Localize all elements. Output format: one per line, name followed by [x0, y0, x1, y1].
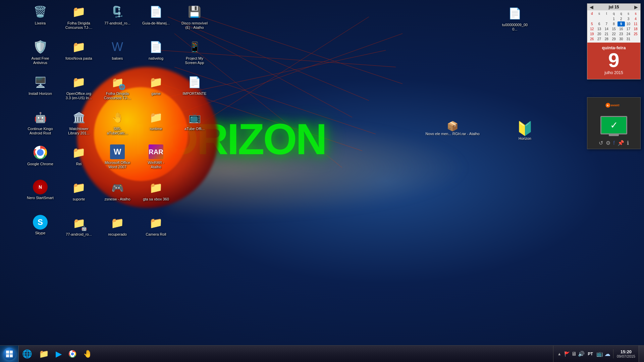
camera-roll-icon: 📁: [148, 215, 164, 231]
desktop: HORIZON 🗑️ Lixeira 📁 Folha Dirigida Conc…: [0, 0, 644, 362]
icon-atube-offi[interactable]: 📺 aTube Offi...: [179, 107, 210, 141]
openoffice-icon: 📁: [71, 74, 87, 90]
icon-word2007[interactable]: W Microsoft Office Word 2007: [102, 142, 132, 176]
icon-fotosnova[interactable]: 📁 fotosNova pasta: [64, 37, 94, 70]
notification-arrow[interactable]: ▲: [556, 352, 563, 356]
language-indicator: PT: [586, 352, 595, 356]
network-icon[interactable]: 🖥: [571, 351, 577, 357]
disco-label: Disco removível (E) - Atalho: [181, 21, 208, 30]
icon-runtime[interactable]: 📁 runtime: [141, 107, 171, 141]
icon-suporte[interactable]: 📁 suporte: [64, 178, 94, 211]
icon-avast[interactable]: 🛡️ Avast Free Antivirus: [25, 37, 55, 70]
taskbar-ie[interactable]: 🌐: [19, 347, 35, 361]
android-1-label: 77-android_ro...: [104, 21, 130, 25]
fotosnova-icon: 📁: [71, 39, 87, 55]
project-my-screen-label: Project My Screen App: [181, 56, 208, 65]
taskbar-horizon[interactable]: 🤚: [80, 347, 95, 361]
icon-rei[interactable]: 📁 Rei: [64, 142, 94, 176]
s85-tubecatch-icon: 🤚: [109, 109, 125, 125]
icon-project-my-screen[interactable]: 📱 Project My Screen App: [179, 37, 210, 70]
icon-game[interactable]: 📁 game: [141, 72, 171, 106]
icon-google-chrome[interactable]: Google Chrome: [25, 142, 55, 176]
tu-file-label: tu00000009_000...: [501, 23, 529, 32]
taskbar-right: ▲ 🚩 🖥 🔊 PT 📺 ☁ 15:20 09/07/2015: [553, 346, 644, 362]
icon-lixeira[interactable]: 🗑️ Lixeira: [25, 2, 55, 35]
icon-recuperado[interactable]: 📁 recuperado: [102, 213, 132, 246]
project-my-screen-icon: 📱: [186, 39, 203, 55]
continue-kingo-icon: 🤖: [32, 109, 48, 125]
runtime-icon: 📁: [148, 109, 164, 125]
word2007-label: Microsoft Office Word 2007: [104, 161, 131, 169]
monitor-icon[interactable]: 📺: [596, 351, 603, 357]
taskbar-chrome[interactable]: [66, 347, 79, 361]
importante-icon: 📄: [186, 74, 203, 90]
icon-s85-tubecatch[interactable]: 🤚 S85-aTubeCatc...: [102, 107, 132, 141]
icon-horizon-app[interactable]: 🔰 Horizon: [517, 121, 533, 140]
rei-label: Rei: [76, 162, 82, 166]
android-1-icon: 🗜️: [109, 4, 125, 20]
google-chrome-icon: [32, 144, 48, 161]
rgh-rar-label: Novo ele men... RGH.rar - Atalho: [426, 132, 480, 136]
icon-gta-xbox[interactable]: 📁 gta sa xbox 360: [141, 178, 171, 211]
atube-offi-icon: 📺: [186, 109, 203, 125]
svg-rect-17: [10, 351, 13, 354]
icon-empty-7: [179, 213, 210, 246]
desktop-icons-area: 🗑️ Lixeira 📁 Folha Dirigida Concursos TJ…: [0, 0, 644, 362]
icon-zsnesw[interactable]: 🎮 zsnesw - Atalho: [102, 178, 132, 211]
openoffice-label: OpenOffice.org 3.3 (en-US) In...: [65, 92, 93, 100]
flag-icon: 🚩: [564, 351, 570, 357]
icon-folha-dirigida-1[interactable]: 📁 Folha Dirigida Concursos TJ-...: [64, 2, 94, 35]
icon-folha-dirigida-2[interactable]: 📁 🌐 Folha Dingida Concursos TJ-...: [102, 72, 132, 106]
icon-empty-5: [179, 142, 210, 176]
android-2-label: 77-android_ro...: [66, 232, 92, 237]
icon-android-1[interactable]: 🗜️ 77-android_ro...: [102, 2, 132, 35]
word2007-icon: W: [110, 144, 125, 159]
rei-icon: 📁: [71, 144, 87, 161]
avast-icon: 🛡️: [32, 39, 48, 55]
icon-importante[interactable]: 📄 IMPORTANTE: [179, 72, 210, 106]
install-horizon-label: Install Horizon: [29, 92, 52, 96]
icon-continue-kingo[interactable]: 🤖 Continue Kingo Android Root: [25, 107, 55, 141]
start-button[interactable]: [0, 346, 19, 362]
clock-area[interactable]: 15:20 09/07/2015: [613, 349, 639, 358]
icon-camera-roll[interactable]: 📁 Camera Roll: [141, 213, 171, 246]
icon-rgh-rar[interactable]: 📦 Novo ele men... RGH.rar - Atalho: [426, 121, 480, 136]
rgh-rar-icon: 📦: [447, 121, 459, 132]
horizon-app-icon: 🔰: [517, 121, 533, 136]
icon-skype[interactable]: S Skype: [25, 213, 55, 246]
icon-winrar[interactable]: RAR WinRAR - Atalho: [141, 142, 171, 176]
icon-watchtower[interactable]: 🏛️ Watchtower Library 201...: [64, 107, 94, 141]
icon-nativelog[interactable]: 📄 nativelog: [141, 37, 171, 70]
icon-grid: 🗑️ Lixeira 📁 Folha Dirigida Concursos TJ…: [25, 2, 216, 246]
icon-guia[interactable]: 📄 Guia-de-Manej...: [141, 2, 171, 35]
icon-baloes[interactable]: W baloes: [102, 37, 132, 70]
suporte-label: suporte: [73, 197, 85, 201]
icon-android-2[interactable]: 📁 🤖 77-android_ro...: [64, 213, 94, 246]
icon-install-horizon[interactable]: 🖥️ Install Horizon: [25, 72, 55, 106]
taskbar: 🌐 📁 ▶ 🤚 ▲ 🚩 🖥: [0, 345, 644, 362]
icon-nero[interactable]: N Nero StartSmart: [25, 178, 55, 211]
svg-point-21: [71, 352, 74, 355]
baloes-icon: W: [109, 39, 125, 55]
svg-rect-16: [6, 351, 9, 354]
winrar-label: WinRAR - Atalho: [142, 161, 170, 169]
continue-kingo-label: Continue Kingo Android Root: [26, 127, 54, 135]
volume-icon[interactable]: 🔊: [578, 351, 585, 357]
icon-openoffice[interactable]: 📁 OpenOffice.org 3.3 (en-US) In...: [64, 72, 94, 106]
show-desktop-button[interactable]: [639, 346, 644, 362]
gta-xbox-icon: 📁: [148, 180, 164, 196]
taskbar-explorer[interactable]: 📁: [36, 347, 52, 361]
importante-label: IMPORTANTE: [182, 92, 206, 96]
gta-xbox-label: gta sa xbox 360: [143, 197, 169, 201]
taskbar-horizon-icon: 🤚: [83, 350, 92, 358]
icon-tu-file[interactable]: 📄 tu00000009_000...: [500, 3, 530, 34]
icon-disco[interactable]: 💾 Disco removível (E) - Atalho: [179, 2, 210, 35]
atube-offi-label: aTube Offi...: [184, 127, 205, 131]
nero-label: Nero StartSmart: [27, 196, 53, 200]
clock-date: 09/07/2015: [617, 354, 635, 358]
taskbar-media-player[interactable]: ▶: [53, 347, 64, 361]
winrar-icon: RAR: [149, 144, 163, 159]
weather-icon: ☁: [604, 350, 610, 358]
horizon-app-label: Horizon: [519, 136, 531, 140]
zsnesw-icon: 🎮: [109, 180, 125, 196]
